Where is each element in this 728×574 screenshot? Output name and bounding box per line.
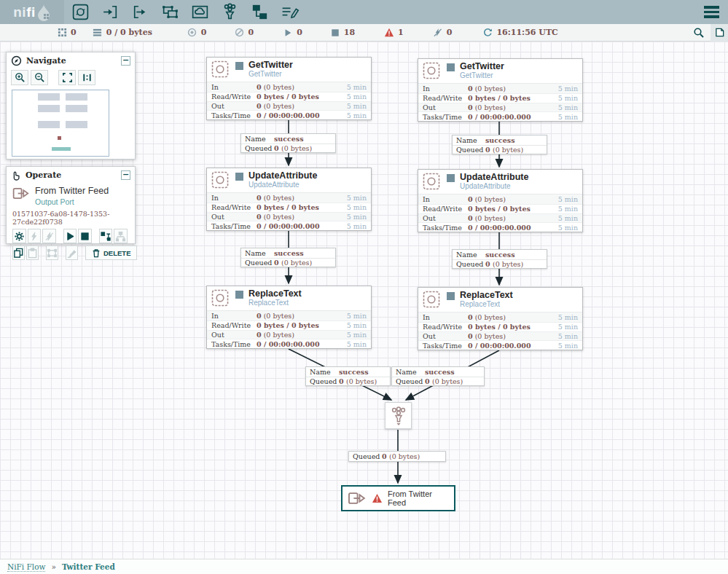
funnel-node[interactable]	[385, 402, 412, 429]
processor-type-icon	[211, 60, 229, 78]
processor-type-icon	[423, 62, 440, 79]
invalid-count: 1	[398, 28, 404, 37]
connection-label[interactable]: Namesuccess Queued0 (0 bytes)	[240, 248, 336, 267]
stat-out: Out0 (0 bytes)5 min	[418, 213, 582, 223]
stat-tasks-time: Tasks/Time0 / 00:00:00.0005 min	[207, 110, 371, 119]
minimap-node	[38, 105, 60, 112]
selected-component: From Twitter Feed Output Port	[7, 183, 135, 208]
connection-label[interactable]: Namesuccess Queued0 (0 bytes)	[452, 135, 547, 154]
stat-in: In0 (0 bytes)5 min	[418, 194, 582, 204]
processor-icon[interactable]	[70, 2, 90, 23]
not-transmitting-count: 0	[248, 28, 254, 37]
processor-gettwitter-1[interactable]: GetTwitterGetTwitter In0 (0 bytes)5 min …	[206, 57, 372, 120]
stat-in: In0 (0 bytes)5 min	[418, 312, 582, 322]
stat-tasks-time: Tasks/Time0 / 00:00:00.0005 min	[418, 111, 582, 121]
processor-type-icon	[211, 171, 229, 189]
template-icon[interactable]	[249, 2, 270, 23]
connection-label[interactable]: Namesuccess Queued0 (0 bytes)	[240, 133, 336, 153]
navigate-palette: Navigate −	[6, 52, 136, 160]
stat-tasks-time: Tasks/Time0 / 00:00:00.0005 min	[418, 222, 582, 232]
remote-process-group-icon[interactable]	[189, 2, 210, 23]
disabled-icon	[433, 28, 443, 38]
nifi-logo-text: nifi	[13, 4, 36, 20]
disable-button	[42, 229, 56, 243]
breadcrumb-root[interactable]: NiFi Flow	[7, 562, 45, 572]
output-port-icon[interactable]	[130, 2, 150, 23]
funnel-connection-label[interactable]: Queued0 (0 bytes)	[348, 451, 446, 462]
selected-component-name: From Twitter Feed	[35, 186, 109, 196]
operate-buttons-row2: DELETE	[7, 245, 135, 262]
stat-read-write: Read/Write0 bytes / 0 bytes5 min	[207, 203, 371, 212]
stat-out: Out0 (0 bytes)5 min	[207, 330, 371, 339]
disabled-stat: 0	[433, 28, 453, 38]
funnel-icon	[389, 406, 408, 426]
zoom-fit-button[interactable]	[58, 70, 76, 85]
minimap-port-node	[52, 147, 71, 151]
operate-minimize-button[interactable]: −	[121, 170, 130, 180]
threads-icon	[57, 28, 67, 38]
top-toolbar: nifi	[0, 0, 728, 24]
configure-button[interactable]	[12, 229, 26, 243]
global-menu-icon[interactable]	[704, 6, 719, 18]
processor-title: ReplaceText	[460, 291, 513, 300]
input-port-icon[interactable]	[100, 2, 120, 23]
stopped-status-icon	[235, 173, 243, 181]
search-icon[interactable]	[693, 27, 705, 39]
stat-in: In0 (0 bytes)5 min	[207, 82, 371, 92]
processor-replacetext-1[interactable]: ReplaceTextReplaceText In0 (0 bytes)5 mi…	[206, 286, 372, 349]
copy-button[interactable]	[12, 245, 25, 260]
invalid-icon	[384, 28, 394, 38]
transmitting-stat: 0	[187, 28, 207, 38]
connection-label[interactable]: Namesuccess Queued0 (0 bytes)	[452, 249, 547, 269]
delete-button[interactable]: DELETE	[85, 245, 137, 260]
processor-updateattribute-1[interactable]: UpdateAttributeUpdateAttribute In0 (0 by…	[206, 168, 372, 231]
zoom-out-button[interactable]	[31, 70, 48, 85]
flow-canvas[interactable]: Navigate − Operate −	[0, 42, 728, 559]
last-refresh-time: 16:11:56 UTC	[496, 28, 557, 37]
enable-button	[28, 229, 42, 243]
refresh-icon[interactable]	[482, 28, 493, 38]
delete-button-label: DELETE	[103, 249, 130, 257]
process-group-icon[interactable]	[160, 2, 180, 23]
stat-out: Out0 (0 bytes)5 min	[418, 331, 582, 341]
processor-type-icon	[211, 289, 229, 307]
connection-label[interactable]: Namesuccess Queued0 (0 bytes)	[305, 366, 391, 386]
processor-type: GetTwitter	[460, 71, 504, 80]
nifi-logo: nifi	[0, 0, 64, 24]
connection-label[interactable]: Namesuccess Queued0 (0 bytes)	[391, 366, 485, 386]
zoom-in-button[interactable]	[11, 70, 28, 85]
processor-type-icon	[423, 291, 440, 308]
stopped-status-icon	[447, 292, 455, 300]
panel-toggle-icon[interactable]	[711, 24, 728, 42]
label-icon[interactable]	[279, 2, 300, 23]
operate-palette: Operate − From Twitter Feed Output Port …	[6, 166, 136, 244]
stopped-icon	[330, 28, 340, 38]
processor-type: ReplaceText	[460, 300, 513, 309]
processor-replacetext-2[interactable]: ReplaceTextReplaceText In0 (0 bytes)5 mi…	[418, 287, 583, 350]
navigate-minimize-button[interactable]: −	[121, 56, 130, 66]
processor-type: GetTwitter	[248, 70, 293, 79]
processor-gettwitter-2[interactable]: GetTwitterGetTwitter In0 (0 bytes)5 min …	[418, 58, 583, 122]
stat-read-write: Read/Write0 bytes / 0 bytes5 min	[207, 92, 371, 101]
stat-in: In0 (0 bytes)5 min	[207, 311, 371, 321]
stop-button[interactable]	[78, 229, 92, 243]
start-button[interactable]	[63, 229, 77, 243]
processor-title: ReplaceText	[248, 289, 302, 299]
operate-title: Operate	[26, 170, 61, 180]
zoom-actual-button[interactable]	[78, 70, 95, 85]
stat-read-write: Read/Write0 bytes / 0 bytes5 min	[207, 321, 371, 330]
output-port-node[interactable]: From Twitter Feed	[341, 485, 455, 511]
minimap-node	[38, 93, 60, 101]
compass-icon	[11, 55, 22, 66]
processor-type: UpdateAttribute	[248, 181, 317, 189]
refresh-stat[interactable]: 16:11:56 UTC	[482, 28, 557, 38]
navigate-title: Navigate	[26, 56, 66, 66]
not-transmitting-stat: 0	[234, 28, 254, 38]
processor-updateattribute-2[interactable]: UpdateAttributeUpdateAttribute In0 (0 by…	[418, 169, 583, 232]
running-stat: 0	[283, 28, 302, 38]
funnel-icon[interactable]	[219, 2, 240, 23]
template-create-button[interactable]	[99, 229, 113, 243]
stat-tasks-time: Tasks/Time0 / 00:00:00.0005 min	[207, 339, 371, 348]
birdseye-minimap[interactable]	[12, 90, 130, 157]
group-button	[46, 245, 58, 260]
